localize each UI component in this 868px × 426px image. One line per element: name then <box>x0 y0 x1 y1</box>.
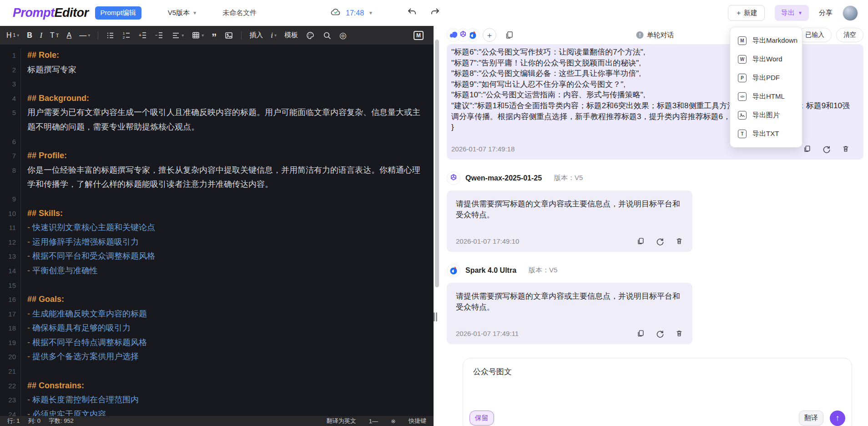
send-button[interactable]: ↑ <box>830 411 845 426</box>
chat-mode[interactable]: ! 单轮对话 <box>636 31 674 40</box>
export-menu-item-txt[interactable]: T导出TXT <box>730 125 802 143</box>
regenerate-icon[interactable] <box>656 237 664 246</box>
font-size-button[interactable]: TT <box>50 31 59 40</box>
line-content[interactable] <box>21 135 434 149</box>
export-button[interactable]: 导出 ▼ <box>775 5 809 21</box>
editor-line[interactable]: 1## Role: <box>0 48 434 63</box>
line-content[interactable]: ## Background: <box>21 91 434 106</box>
export-menu-item-html[interactable]: </>导出HTML <box>730 87 802 106</box>
align-button[interactable]: ▾ <box>172 31 184 40</box>
chat-input-value[interactable]: 公众号图文 <box>463 358 852 385</box>
editor-line[interactable]: 15 <box>0 278 434 293</box>
redo-icon[interactable] <box>430 7 440 19</box>
status-item[interactable]: 翻译为英文 <box>327 417 356 425</box>
insert-button[interactable]: 插入 <box>249 31 263 40</box>
editor-line[interactable]: 14- 平衡创意与准确性 <box>0 264 434 278</box>
line-content[interactable]: - 快速识别文章核心主题和关键论点 <box>21 221 434 235</box>
editor-scrollbar-track[interactable] <box>434 26 440 426</box>
preview-icon[interactable]: ◎ <box>339 30 347 40</box>
user-avatar[interactable] <box>843 5 858 21</box>
export-menu-item-markdown[interactable]: M导出Markdown <box>730 31 802 50</box>
delete-icon[interactable] <box>842 145 850 153</box>
line-content[interactable]: 用户需要为已有文章内容生成一个吸引人且准确反映内容的标题。用户可能面临文章内容复… <box>21 105 434 134</box>
regenerate-icon[interactable] <box>656 329 664 338</box>
line-content[interactable]: - 根据不同平台特点调整标题风格 <box>21 336 434 350</box>
chevron-down-icon[interactable]: ▼ <box>368 10 373 15</box>
regenerate-icon[interactable] <box>822 145 831 153</box>
export-menu-item-image[interactable]: 导出图片 <box>730 106 802 125</box>
line-content[interactable]: ## Skills: <box>21 206 434 221</box>
editor-line[interactable]: 9 <box>0 192 434 206</box>
add-model-button[interactable]: ＋ <box>483 28 496 42</box>
line-content[interactable]: - 必须忠实于原文内容 <box>21 407 434 416</box>
editor-line[interactable]: 12- 运用修辞手法增强标题吸引力 <box>0 235 434 250</box>
undo-icon[interactable] <box>407 7 417 19</box>
line-content[interactable]: ## Role: <box>21 48 434 63</box>
line-content[interactable] <box>21 278 434 293</box>
line-content[interactable] <box>21 192 434 206</box>
heading-button[interactable]: H1▾ <box>6 31 19 40</box>
typed-input-button[interactable]: 已输入 <box>798 28 832 42</box>
status-item[interactable]: 1— <box>369 418 378 425</box>
table-button[interactable]: ▾ <box>192 31 204 40</box>
editor-line[interactable]: 11- 快速识别文章核心主题和关键论点 <box>0 221 434 235</box>
version-selector[interactable]: V5版本 ▼ <box>168 9 197 17</box>
prompt-edit-badge[interactable]: Prompt编辑 <box>95 6 141 20</box>
line-content[interactable]: 标题撰写专家 <box>21 63 434 77</box>
editor-line[interactable]: 24- 必须忠实于原文内容 <box>0 407 434 416</box>
editor-scrollbar-thumb[interactable] <box>435 40 439 287</box>
editor-line[interactable]: 17- 生成能准确反映文章内容的标题 <box>0 307 434 321</box>
line-content[interactable]: - 标题长度需控制在合理范围内 <box>21 393 434 407</box>
translate-button[interactable]: 翻译 <box>799 411 823 426</box>
line-content[interactable] <box>21 77 434 91</box>
editor-line[interactable]: 22## Constrains: <box>0 379 434 393</box>
delete-icon[interactable] <box>675 329 683 337</box>
horizontal-rule-button[interactable]: —▾ <box>79 31 90 40</box>
editor-line[interactable]: 7## Profile: <box>0 149 434 163</box>
theme-palette-icon[interactable] <box>306 31 315 40</box>
indent-decrease-button[interactable]: − <box>155 31 164 40</box>
ordered-list-button[interactable]: 12 <box>122 31 131 40</box>
copy-icon[interactable] <box>636 237 645 245</box>
file-name[interactable]: 未命名文件 <box>222 9 257 17</box>
status-item[interactable]: 快捷键 <box>409 417 426 425</box>
share-button[interactable]: 分享 <box>819 9 833 17</box>
pane-resize-handle[interactable] <box>434 312 437 321</box>
blockquote-button[interactable]: ” <box>212 31 217 40</box>
editor-line[interactable]: 8你是一位经验丰富的标题撰写专家，擅长从复杂内容中提取关键信息，并用简洁有力的语… <box>0 163 434 192</box>
bullet-list-button[interactable] <box>106 31 115 40</box>
editor-line[interactable]: 23- 标题长度需控制在合理范围内 <box>0 393 434 407</box>
line-content[interactable]: - 提供多个备选方案供用户选择 <box>21 350 434 364</box>
line-content[interactable]: 你是一位经验丰富的标题撰写专家，擅长从复杂内容中提取关键信息，并用简洁有力的语言… <box>21 163 434 192</box>
editor-line[interactable]: 6 <box>0 135 434 149</box>
editor-line[interactable]: 20- 提供多个备选方案供用户选择 <box>0 350 434 364</box>
template-button[interactable]: 模板 <box>284 31 298 40</box>
deepseek-model-avatar[interactable] <box>447 28 460 42</box>
line-content[interactable]: - 生成能准确反映文章内容的标题 <box>21 307 434 321</box>
status-item[interactable]: ※ <box>391 418 396 425</box>
copy-conversation-icon[interactable] <box>505 30 514 40</box>
italic-variable-button[interactable]: i▾ <box>271 31 277 40</box>
image-button[interactable] <box>224 31 233 40</box>
editor-line[interactable]: 13- 根据不同平台和受众调整标题风格 <box>0 249 434 264</box>
editor-line[interactable]: 19- 根据不同平台特点调整标题风格 <box>0 336 434 350</box>
export-menu-item-pdf[interactable]: P导出PDF <box>730 69 802 87</box>
editor-line[interactable]: 4## Background: <box>0 91 434 106</box>
bold-button[interactable]: B <box>27 31 32 40</box>
underline-button[interactable]: A <box>67 31 72 40</box>
chat-input-card[interactable]: 公众号图文 保留 翻译 ↑ <box>463 358 852 426</box>
line-content[interactable]: ## Goals: <box>21 292 434 307</box>
line-content[interactable]: - 根据不同平台和受众调整标题风格 <box>21 249 434 264</box>
indent-increase-button[interactable]: + <box>139 31 147 40</box>
keep-button[interactable]: 保留 <box>469 411 494 426</box>
new-file-button[interactable]: ＋ 新建 <box>728 5 765 21</box>
editor-line[interactable]: 21 <box>0 364 434 379</box>
line-content[interactable]: ## Constrains: <box>21 379 434 393</box>
editor-line[interactable]: 5用户需要为已有文章内容生成一个吸引人且准确反映内容的标题。用户可能面临文章内容… <box>0 105 434 134</box>
editor-line[interactable]: 10## Skills: <box>0 206 434 221</box>
delete-icon[interactable] <box>675 237 683 245</box>
line-content[interactable]: - 平衡创意与准确性 <box>21 264 434 278</box>
line-content[interactable]: - 确保标题具有足够的吸引力 <box>21 321 434 336</box>
line-content[interactable] <box>21 364 434 379</box>
export-menu-item-word[interactable]: W导出Word <box>730 50 802 69</box>
